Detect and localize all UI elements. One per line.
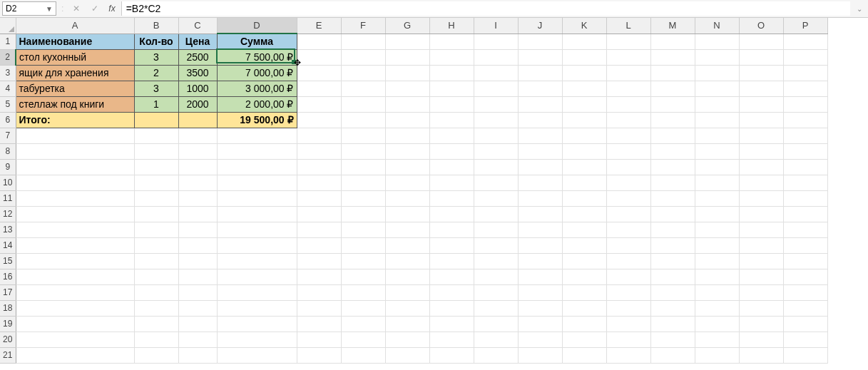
cell-D12[interactable] <box>217 206 297 222</box>
cell-F7[interactable] <box>341 128 385 143</box>
cell-D18[interactable] <box>217 300 297 316</box>
cell-P6[interactable] <box>783 112 827 128</box>
cell-P16[interactable] <box>783 269 827 284</box>
cell-N11[interactable] <box>695 190 739 206</box>
cell-E1[interactable] <box>297 34 341 49</box>
cell-B3[interactable]: 2 <box>134 65 178 81</box>
cell-P13[interactable] <box>783 222 827 237</box>
cell-A5[interactable]: стеллаж под книги <box>16 96 134 112</box>
cell-D19[interactable] <box>217 316 297 332</box>
cell-N12[interactable] <box>695 206 739 222</box>
cell-G20[interactable] <box>385 332 429 347</box>
cell-C1[interactable]: Цена <box>178 34 217 49</box>
cell-C5[interactable]: 2000 <box>178 96 217 112</box>
row-header-17[interactable]: 17 <box>0 284 16 300</box>
cell-P5[interactable] <box>783 96 827 112</box>
cell-M9[interactable] <box>650 159 695 175</box>
cell-I7[interactable] <box>474 128 518 143</box>
cell-F18[interactable] <box>341 300 385 316</box>
cell-A6[interactable]: Итого: <box>16 112 134 128</box>
cell-O7[interactable] <box>739 128 783 143</box>
row-header-21[interactable]: 21 <box>0 347 16 363</box>
cell-E13[interactable] <box>297 222 341 237</box>
col-header-P[interactable]: P <box>783 18 827 34</box>
cell-D4[interactable]: 3 000,00 ₽ <box>217 81 297 96</box>
cell-K11[interactable] <box>562 190 606 206</box>
cell-C9[interactable] <box>178 159 217 175</box>
col-header-I[interactable]: I <box>474 18 518 34</box>
cell-K9[interactable] <box>562 159 606 175</box>
cell-J21[interactable] <box>518 347 562 363</box>
cell-I9[interactable] <box>474 159 518 175</box>
cell-J4[interactable] <box>518 81 562 96</box>
cell-H20[interactable] <box>429 332 474 347</box>
cell-O17[interactable] <box>739 284 783 300</box>
cell-M19[interactable] <box>650 316 695 332</box>
cell-A19[interactable] <box>16 316 134 332</box>
cell-J9[interactable] <box>518 159 562 175</box>
cell-H1[interactable] <box>429 34 474 49</box>
cell-N6[interactable] <box>695 112 739 128</box>
cell-B16[interactable] <box>134 269 178 284</box>
cell-F17[interactable] <box>341 284 385 300</box>
cell-N14[interactable] <box>695 237 739 253</box>
cell-I6[interactable] <box>474 112 518 128</box>
cancel-formula-button[interactable]: ✕ <box>68 1 84 16</box>
cell-L15[interactable] <box>606 253 650 269</box>
cell-D10[interactable] <box>217 175 297 190</box>
cell-L6[interactable] <box>606 112 650 128</box>
cell-I16[interactable] <box>474 269 518 284</box>
cell-G19[interactable] <box>385 316 429 332</box>
cell-K15[interactable] <box>562 253 606 269</box>
cell-H18[interactable] <box>429 300 474 316</box>
cell-L21[interactable] <box>606 347 650 363</box>
cell-A4[interactable]: табуретка <box>16 81 134 96</box>
cell-D1[interactable]: Сумма <box>217 34 297 49</box>
cell-C14[interactable] <box>178 237 217 253</box>
cell-H14[interactable] <box>429 237 474 253</box>
cell-N19[interactable] <box>695 316 739 332</box>
cell-D17[interactable] <box>217 284 297 300</box>
cell-E2[interactable] <box>297 49 341 65</box>
cell-F11[interactable] <box>341 190 385 206</box>
cell-B20[interactable] <box>134 332 178 347</box>
cell-F21[interactable] <box>341 347 385 363</box>
cell-H12[interactable] <box>429 206 474 222</box>
cell-P1[interactable] <box>783 34 827 49</box>
name-box-dropdown-icon[interactable]: ▼ <box>46 5 53 13</box>
cell-P14[interactable] <box>783 237 827 253</box>
cell-J18[interactable] <box>518 300 562 316</box>
cell-E21[interactable] <box>297 347 341 363</box>
cell-M13[interactable] <box>650 222 695 237</box>
cell-G6[interactable] <box>385 112 429 128</box>
cell-K13[interactable] <box>562 222 606 237</box>
cell-D20[interactable] <box>217 332 297 347</box>
formula-input[interactable] <box>121 1 850 16</box>
cell-G7[interactable] <box>385 128 429 143</box>
cell-M3[interactable] <box>650 65 695 81</box>
cell-F14[interactable] <box>341 237 385 253</box>
cell-M8[interactable] <box>650 143 695 159</box>
cell-E16[interactable] <box>297 269 341 284</box>
cell-K20[interactable] <box>562 332 606 347</box>
cell-C10[interactable] <box>178 175 217 190</box>
cell-D15[interactable] <box>217 253 297 269</box>
cell-C13[interactable] <box>178 222 217 237</box>
cell-N1[interactable] <box>695 34 739 49</box>
cell-C12[interactable] <box>178 206 217 222</box>
cell-K1[interactable] <box>562 34 606 49</box>
cell-H15[interactable] <box>429 253 474 269</box>
cell-F15[interactable] <box>341 253 385 269</box>
cell-P4[interactable] <box>783 81 827 96</box>
cell-E10[interactable] <box>297 175 341 190</box>
cell-I21[interactable] <box>474 347 518 363</box>
cell-I19[interactable] <box>474 316 518 332</box>
cell-O9[interactable] <box>739 159 783 175</box>
cell-G4[interactable] <box>385 81 429 96</box>
row-header-2[interactable]: 2 <box>0 49 16 65</box>
cell-P15[interactable] <box>783 253 827 269</box>
col-header-K[interactable]: K <box>562 18 606 34</box>
cell-A18[interactable] <box>16 300 134 316</box>
cell-D5[interactable]: 2 000,00 ₽ <box>217 96 297 112</box>
cell-I3[interactable] <box>474 65 518 81</box>
